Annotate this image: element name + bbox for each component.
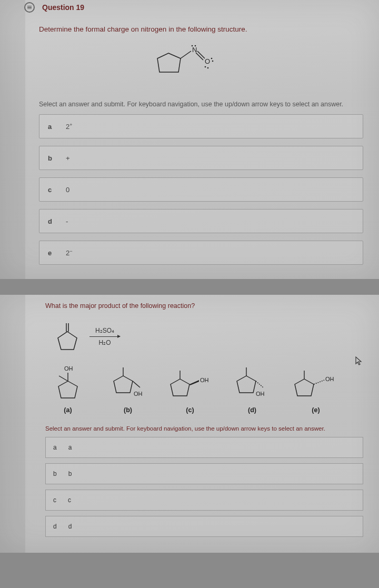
- choice-key: d: [53, 523, 57, 530]
- choice-key: b: [48, 154, 54, 162]
- svg-marker-25: [237, 376, 256, 393]
- question-prompt-2: What is the major product of the followi…: [0, 302, 379, 317]
- svg-line-19: [133, 381, 140, 387]
- choice-c[interactable]: c 0: [39, 177, 363, 202]
- question-prompt: Determine the formal charge on nitrogen …: [0, 16, 379, 42]
- svg-text:OH: OH: [134, 391, 143, 397]
- choice-a[interactable]: a a: [45, 437, 363, 458]
- choice-key: b: [53, 470, 57, 477]
- reaction-arrow-icon: [89, 336, 120, 337]
- choice-val: +: [66, 154, 70, 162]
- cursor-icon: [355, 356, 363, 365]
- choice-c[interactable]: c c: [45, 490, 363, 511]
- choice-b[interactable]: b b: [45, 463, 363, 484]
- svg-text:OH: OH: [325, 376, 334, 382]
- svg-text:OH: OH: [64, 365, 73, 372]
- chemical-structure: N O: [0, 42, 379, 93]
- reagent-top: H₂SO₄: [89, 327, 120, 334]
- choice-key: a: [48, 123, 54, 131]
- answer-choices-2: a a b b c c d d: [0, 437, 379, 537]
- choice-val: 2+: [66, 122, 73, 131]
- choice-key: d: [48, 217, 54, 225]
- choice-val: 2−: [66, 248, 73, 257]
- answer-choices: a 2+ b + c 0 d - e 2−: [0, 114, 379, 265]
- choice-key: e: [48, 249, 54, 257]
- option-a: OH (a): [45, 365, 91, 414]
- choice-key: c: [53, 496, 56, 504]
- svg-marker-10: [58, 332, 77, 350]
- choice-val: 0: [66, 186, 69, 194]
- choice-key: c: [48, 186, 54, 194]
- answer-instructions-2: Select an answer and submit. For keyboar…: [0, 417, 379, 437]
- svg-point-8: [205, 66, 206, 68]
- left-strip: [0, 0, 25, 279]
- choice-val: a: [68, 444, 72, 451]
- svg-line-27: [256, 381, 263, 387]
- option-label: (e): [312, 406, 320, 414]
- choice-e[interactable]: e 2−: [39, 241, 363, 265]
- option-c: OH (c): [165, 365, 215, 414]
- svg-line-31: [314, 380, 324, 384]
- svg-text:OH: OH: [256, 391, 265, 397]
- product-options: OH (a) OH (b) OH (c): [0, 358, 379, 417]
- svg-text:OH: OH: [200, 377, 209, 383]
- svg-point-6: [211, 58, 213, 59]
- option-label: (c): [186, 406, 194, 414]
- option-b: OH (b): [105, 363, 151, 414]
- option-label: (d): [248, 406, 256, 414]
- product-b-svg: OH: [107, 363, 148, 402]
- choice-d[interactable]: d -: [39, 209, 363, 233]
- question-number: Question 19: [42, 3, 84, 12]
- product-a-svg: OH: [49, 365, 86, 402]
- answer-instructions: Select an answer and submit. For keyboar…: [0, 93, 379, 114]
- svg-line-15: [59, 376, 68, 381]
- option-label: (b): [124, 406, 132, 414]
- option-d: OH (d): [230, 363, 275, 414]
- svg-line-5: [196, 53, 203, 60]
- choice-key: a: [53, 444, 57, 451]
- reagent-bottom: H₂O: [89, 339, 120, 346]
- choice-val: d: [68, 523, 72, 530]
- left-strip: [0, 295, 25, 553]
- svg-marker-13: [58, 381, 77, 398]
- svg-marker-17: [114, 376, 133, 393]
- svg-point-7: [212, 61, 214, 62]
- svg-point-9: [207, 67, 209, 69]
- choice-b[interactable]: b +: [39, 146, 363, 170]
- question-reaction-panel: What is the major product of the followi…: [0, 295, 379, 553]
- product-e-svg: OH: [290, 365, 342, 402]
- option-label: (a): [64, 406, 72, 414]
- option-e: OH (e): [290, 365, 342, 414]
- svg-marker-0: [157, 53, 181, 72]
- molecule-svg: N O: [150, 44, 229, 86]
- product-d-svg: OH: [231, 363, 274, 402]
- svg-line-1: [181, 51, 191, 58]
- oxygen-label: O: [205, 57, 210, 65]
- svg-marker-21: [171, 379, 190, 396]
- svg-line-4: [197, 51, 205, 58]
- choice-a[interactable]: a 2+: [39, 114, 363, 138]
- choice-d[interactable]: d d: [45, 516, 363, 537]
- choice-val: -: [66, 217, 68, 225]
- svg-point-3: [195, 45, 196, 47]
- choice-val: b: [68, 470, 72, 477]
- svg-point-2: [192, 45, 193, 47]
- choice-val: c: [68, 496, 71, 504]
- svg-marker-23: [190, 380, 199, 385]
- nitrogen-label: N: [192, 46, 197, 54]
- reaction-scheme: H₂SO₄ H₂O: [0, 317, 379, 358]
- reaction-conditions: H₂SO₄ H₂O: [89, 327, 120, 346]
- question-header: Question 19: [0, 0, 379, 16]
- product-c-svg: OH: [165, 365, 215, 402]
- svg-marker-29: [295, 379, 314, 396]
- list-icon: [24, 2, 35, 13]
- reactant-svg: [53, 320, 82, 353]
- question-19-panel: Question 19 Determine the formal charge …: [0, 0, 379, 279]
